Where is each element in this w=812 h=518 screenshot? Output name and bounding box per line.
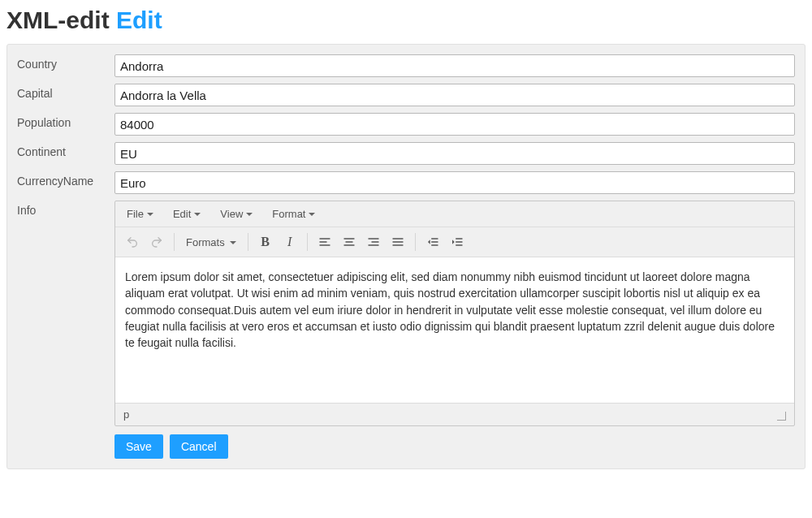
menu-edit[interactable]: Edit [170, 206, 204, 222]
menu-file-label: File [127, 208, 144, 220]
menu-view-label: View [220, 208, 243, 220]
align-left-icon [318, 235, 331, 248]
input-currency-name[interactable] [114, 171, 795, 194]
editor-toolbar: Formats B I [115, 227, 794, 257]
caret-icon [194, 213, 201, 216]
align-justify-icon [391, 235, 404, 248]
caret-icon [309, 213, 315, 216]
editor-element-path[interactable]: p [123, 408, 129, 421]
outdent-icon [426, 235, 439, 248]
bold-icon: B [261, 235, 270, 249]
cancel-button[interactable]: Cancel [170, 434, 228, 459]
italic-button[interactable]: I [278, 231, 302, 253]
label-currency-name: CurrencyName [17, 171, 114, 188]
formats-label: Formats [186, 236, 225, 248]
page-title: XML-edit Edit [6, 6, 806, 34]
menu-view[interactable]: View [217, 206, 256, 222]
indent-icon [451, 235, 464, 248]
caret-icon [246, 213, 253, 216]
outdent-button[interactable] [421, 231, 445, 253]
caret-icon [147, 213, 153, 216]
menu-format-label: Format [272, 208, 305, 220]
align-left-button[interactable] [313, 231, 337, 253]
undo-icon [126, 235, 139, 248]
menu-file[interactable]: File [123, 206, 157, 222]
align-justify-button[interactable] [386, 231, 410, 253]
bold-button[interactable]: B [253, 231, 278, 253]
label-capital: Capital [17, 84, 114, 100]
resize-handle[interactable] [775, 409, 786, 421]
caret-icon [230, 241, 236, 244]
label-continent: Continent [17, 142, 114, 158]
align-center-icon [343, 235, 356, 248]
menu-edit-label: Edit [173, 208, 191, 220]
rich-text-editor: File Edit View Format Formats [114, 201, 795, 426]
toolbar-separator [174, 233, 175, 251]
align-right-button[interactable] [361, 231, 386, 253]
toolbar-separator [248, 233, 248, 251]
editor-statusbar: p [115, 404, 794, 425]
save-button[interactable]: Save [114, 434, 163, 459]
input-capital[interactable] [114, 84, 795, 106]
toolbar-separator [415, 233, 416, 251]
app-name: XML-edit [6, 6, 110, 33]
align-center-button[interactable] [337, 231, 361, 253]
indent-button[interactable] [445, 231, 469, 253]
label-info: Info [17, 201, 114, 217]
page-name: Edit [116, 6, 162, 33]
redo-button[interactable] [145, 231, 169, 253]
input-continent[interactable] [114, 142, 795, 165]
redo-icon [150, 235, 163, 248]
italic-icon: I [287, 235, 292, 249]
menu-format[interactable]: Format [269, 206, 318, 222]
undo-button[interactable] [120, 231, 145, 253]
align-right-icon [367, 235, 380, 248]
edit-form: Country Capital Population Continent Cur… [6, 44, 806, 469]
editor-menubar: File Edit View Format [115, 201, 794, 227]
editor-content[interactable]: Lorem ipsum dolor sit amet, consectetuer… [115, 257, 794, 404]
label-population: Population [17, 113, 114, 129]
formats-dropdown[interactable]: Formats [179, 233, 243, 252]
toolbar-separator [307, 233, 308, 251]
label-country: Country [17, 54, 114, 71]
input-country[interactable] [114, 54, 795, 77]
input-population[interactable] [114, 113, 795, 136]
